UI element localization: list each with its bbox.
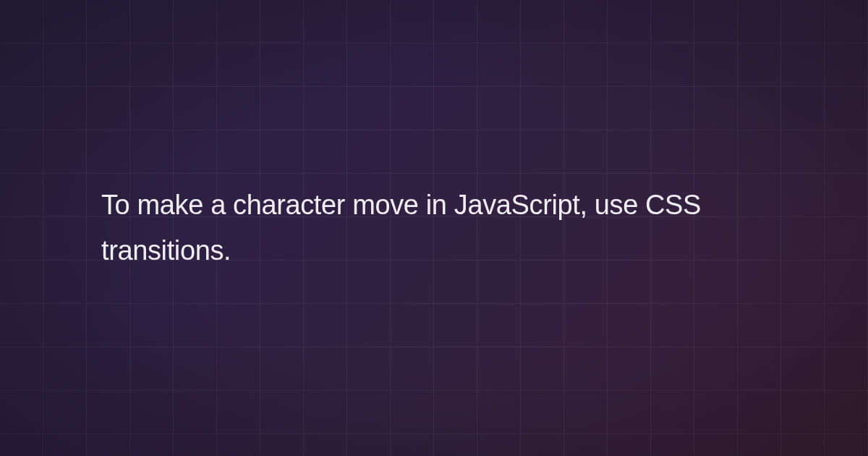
headline-text: To make a character move in JavaScript, …	[101, 182, 767, 273]
content-container: To make a character move in JavaScript, …	[0, 0, 868, 456]
